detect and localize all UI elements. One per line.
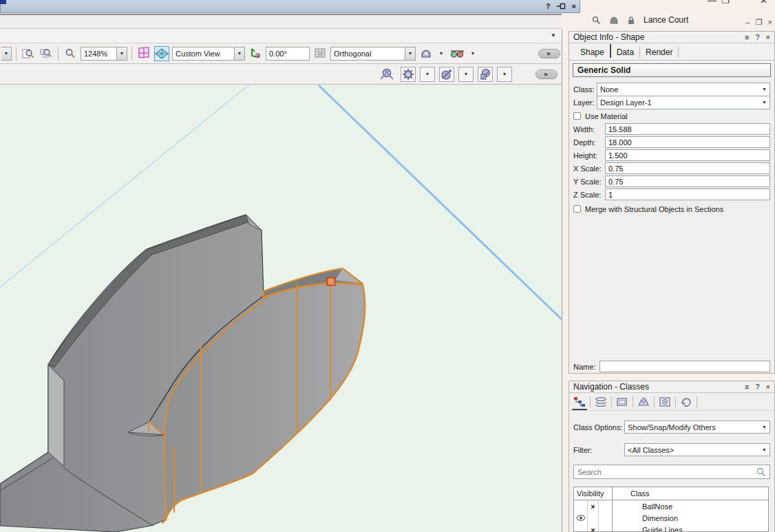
class-dropdown-icon[interactable]: ▼: [759, 83, 769, 96]
toolbar-collapse-arrow-icon[interactable]: ▼: [551, 32, 556, 39]
doc-minimize-button[interactable]: –: [746, 18, 750, 27]
class-row-dimension[interactable]: Dimension: [574, 512, 768, 524]
visible-cell[interactable]: [574, 524, 588, 532]
projection-value[interactable]: Orthogonal: [331, 50, 405, 58]
navigation-help-icon[interactable]: ?: [755, 383, 759, 391]
class-search-input[interactable]: [574, 468, 756, 476]
class-options-combo[interactable]: Show/Snap/Modify Others ▼: [624, 421, 770, 434]
zoom-level-combo[interactable]: 1248% ▼: [81, 47, 127, 61]
layer-dropdown-icon[interactable]: ▼: [759, 96, 769, 109]
class-name[interactable]: Guide Lines: [613, 526, 768, 532]
search-icon[interactable]: [592, 16, 601, 25]
hidden-cell[interactable]: ×: [588, 524, 599, 532]
panel-divider[interactable]: [562, 30, 562, 532]
filter-combo[interactable]: <All Classes> ▼: [624, 443, 770, 456]
hidden-cell[interactable]: [588, 512, 599, 524]
render-mode-icon[interactable]: [439, 67, 454, 82]
class-value[interactable]: None: [597, 85, 759, 94]
y-scale-field[interactable]: [605, 175, 770, 187]
class-name[interactable]: BallNose: [613, 502, 768, 511]
object-info-close-icon[interactable]: ×: [766, 33, 770, 41]
visible-cell[interactable]: [574, 512, 588, 524]
multiple-views-icon[interactable]: [136, 46, 151, 61]
doc-restore-button[interactable]: ❐: [756, 18, 763, 27]
hidden-cell[interactable]: ×: [588, 500, 599, 512]
grid-settings-icon[interactable]: [312, 46, 328, 61]
layer-plane-icon[interactable]: [248, 46, 263, 61]
settings-dropdown-icon[interactable]: ▼: [420, 67, 435, 82]
render-dropdown-icon[interactable]: ▼: [458, 67, 474, 82]
rotation-angle-field[interactable]: [266, 47, 310, 61]
drawing-canvas[interactable]: [0, 85, 562, 532]
zoom-page-icon[interactable]: [21, 46, 36, 61]
user-name[interactable]: Lance Court: [644, 15, 688, 25]
layer-combo[interactable]: Design Layer-1 ▼: [597, 96, 770, 109]
viewports-mode-icon[interactable]: [615, 395, 630, 409]
minimize-button[interactable]: —: [708, 0, 716, 6]
navigation-close-icon[interactable]: ×: [766, 383, 770, 391]
zoom-level-dropdown-icon[interactable]: ▼: [116, 47, 127, 60]
doc-close-button[interactable]: ×: [768, 18, 772, 27]
float-close-button[interactable]: ×: [572, 2, 576, 10]
navigation-titlebar[interactable]: Navigation - Classes ≡ ? ×: [569, 381, 774, 393]
float-help-button[interactable]: ?: [546, 2, 551, 10]
gray-cell[interactable]: [599, 524, 613, 532]
filter-value[interactable]: <All Classes>: [625, 446, 759, 454]
class-combo[interactable]: None ▼: [597, 83, 770, 96]
class-options-dropdown-icon[interactable]: ▼: [759, 421, 769, 433]
class-row-guide-lines[interactable]: × Guide Lines: [574, 524, 768, 532]
saved-views-mode-icon[interactable]: [636, 395, 651, 409]
projection-combo[interactable]: Orthogonal ▼: [330, 47, 416, 61]
fit-objects-icon[interactable]: [39, 46, 54, 61]
notification-icon[interactable]: [609, 16, 619, 24]
class-search-box[interactable]: [573, 465, 770, 479]
restore-button[interactable]: ❐: [721, 0, 730, 6]
tab-render[interactable]: Render: [640, 45, 678, 60]
gray-cell[interactable]: [599, 500, 613, 512]
height-field[interactable]: [605, 149, 770, 161]
z-scale-field[interactable]: [605, 189, 770, 200]
interactive-settings-icon[interactable]: [401, 67, 416, 82]
floating-window-titlebar[interactable]: ? ×: [0, 0, 580, 13]
projection-mode-dropdown-icon[interactable]: ▼: [497, 67, 512, 82]
tab-data[interactable]: Data: [611, 45, 639, 60]
depth-field[interactable]: [605, 136, 770, 148]
selection-handle[interactable]: [328, 278, 335, 286]
use-material-checkbox[interactable]: [573, 112, 581, 120]
width-field[interactable]: [605, 123, 770, 135]
float-pin-icon[interactable]: [557, 3, 566, 10]
saved-view-combo[interactable]: Custom View ▼: [172, 47, 245, 61]
projection-mode-icon[interactable]: [478, 67, 493, 82]
merge-checkbox[interactable]: [573, 205, 581, 213]
filter-dropdown-icon[interactable]: ▼: [759, 444, 769, 456]
zoom-tool-icon[interactable]: [63, 46, 78, 61]
layers-mode-icon[interactable]: [593, 395, 608, 409]
lock-icon[interactable]: [627, 16, 635, 25]
stereo-view-icon[interactable]: [449, 46, 465, 61]
saved-view-dropdown-icon[interactable]: ▼: [234, 47, 244, 60]
flyover-tool-icon[interactable]: [377, 67, 396, 82]
saved-view-value[interactable]: Custom View: [173, 50, 234, 58]
stereo-dropdown-icon[interactable]: ▼: [468, 51, 478, 56]
name-field[interactable]: [599, 361, 770, 372]
close-button[interactable]: ✕: [760, 0, 767, 6]
object-info-help-icon[interactable]: ?: [755, 33, 759, 41]
visibility-header[interactable]: Visibility: [574, 487, 613, 500]
references-mode-icon[interactable]: [679, 395, 694, 409]
walkthrough-icon[interactable]: [418, 46, 434, 61]
class-header[interactable]: Class: [613, 487, 768, 500]
cut-combo[interactable]: ▼: [1, 47, 12, 61]
classes-mode-icon[interactable]: [572, 395, 587, 409]
layer-value[interactable]: Design Layer-1: [597, 98, 759, 107]
modebar-expand-button[interactable]: ▶: [535, 70, 558, 79]
gray-cell[interactable]: [599, 512, 613, 524]
object-info-titlebar[interactable]: Object Info - Shape ≡ ? ×: [569, 32, 774, 43]
visible-cell[interactable]: [574, 500, 588, 512]
x-scale-field[interactable]: [605, 162, 770, 174]
walkthrough-dropdown-icon[interactable]: ▼: [436, 51, 446, 56]
class-options-value[interactable]: Show/Snap/Modify Others: [625, 423, 759, 432]
object-info-menu-icon[interactable]: ≡: [745, 33, 749, 41]
projection-dropdown-icon[interactable]: ▼: [405, 47, 415, 60]
unified-view-icon[interactable]: [154, 46, 169, 61]
viewbar-expand-button[interactable]: ▶: [538, 49, 560, 58]
